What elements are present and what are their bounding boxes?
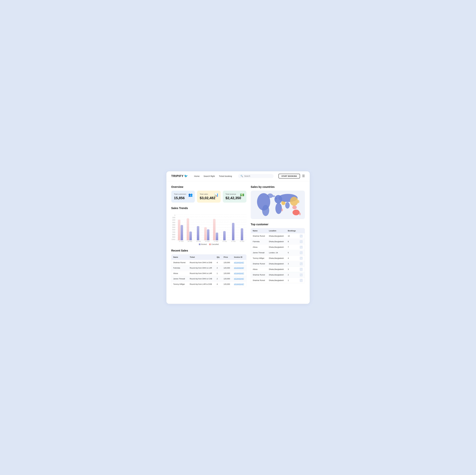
rs-price-1: 120,000 — [222, 265, 232, 271]
tc-action-6[interactable]: 📄 — [298, 267, 305, 272]
rs-name-0: Shahriar Rumel — [171, 260, 188, 265]
tc-bookings-7: 2 — [286, 272, 298, 278]
tc-name-5: Shahriar Rumel — [251, 261, 267, 267]
rs-invoice-3[interactable]: #G344GH67 — [232, 276, 246, 281]
tc-doc-icon-7[interactable]: 📄 — [300, 273, 303, 276]
svg-point-11 — [299, 213, 301, 215]
nav-ticket-booking[interactable]: Ticket booking — [219, 175, 232, 177]
left-column: Overview Total customers 15,856 👥 Total … — [171, 185, 251, 287]
col-ticket: Ticket — [188, 254, 215, 260]
tc-doc-icon-1[interactable]: 📄 — [300, 240, 303, 243]
bar-cancelled-1 — [187, 218, 189, 240]
tc-row: Shahriar Rumel Dhaka,Bangladesh 1 📄 — [251, 278, 305, 283]
svg-point-4 — [275, 203, 282, 214]
svg-point-12 — [298, 200, 299, 203]
tc-location-1: Dhaka,Bangladesh — [267, 239, 286, 244]
svg-point-15 — [272, 195, 275, 197]
rs-invoice-2[interactable]: #G344GH67 — [232, 271, 246, 276]
tc-col-bookings: Bookings — [286, 228, 298, 233]
tc-name-0: Shahriar Rumel — [251, 233, 267, 239]
rs-invoice-0[interactable]: #G344GH67 — [232, 260, 246, 265]
rs-ticket-1: Round trip from DHK to LHR — [188, 265, 215, 271]
start-booking-button[interactable]: START BOOKING — [278, 174, 300, 178]
bar-group-13Sept — [229, 215, 238, 240]
total-revenue-card: Total revenue $2,42,350 💵 — [223, 191, 246, 203]
tc-bookings-4: 4 — [286, 255, 298, 261]
tc-doc-icon-5[interactable]: 📄 — [300, 262, 303, 265]
tc-bookings-8: 1 — [286, 278, 298, 283]
tc-action-7[interactable]: 📄 — [298, 272, 305, 278]
y-label-6000: 6000 — [172, 229, 175, 231]
tc-action-2[interactable]: 📄 — [298, 244, 305, 250]
top-customer-table: Name Location Bookings Shahriar Rumel Dh… — [251, 228, 305, 283]
tc-action-5[interactable]: 📄 — [298, 261, 305, 267]
bar-booked-7 — [241, 228, 243, 240]
customers-icon: 👥 — [188, 193, 193, 197]
tc-action-8[interactable]: 📄 — [298, 278, 305, 283]
x-label-5: 12 Sept — [220, 240, 229, 242]
rs-qty-0: 4 — [215, 260, 222, 265]
tc-location-8: Dhaka,Bangladesh — [267, 278, 286, 283]
tc-row: Alissa Dhaka,Bangladesh 7 📄 — [251, 244, 305, 250]
tc-doc-icon-0[interactable]: 📄 — [300, 235, 303, 238]
rs-name-3: James Thirwall — [171, 276, 188, 281]
main-content: Overview Total customers 15,856 👥 Total … — [166, 181, 310, 291]
recent-sales-row: Tommy Hilfiger Round trip from LHR to DX… — [171, 281, 246, 287]
search-bar[interactable]: 🔍 — [238, 174, 273, 178]
hamburger-menu-button[interactable]: ☰ — [302, 174, 305, 178]
legend-cancelled: Cancelled — [209, 243, 219, 245]
tc-doc-icon-6[interactable]: 📄 — [300, 268, 303, 271]
tc-action-3[interactable]: 📄 — [298, 250, 305, 255]
tc-bookings-5: 3 — [286, 261, 298, 267]
recent-sales-row: James Thirwall Round trip from DHK to CX… — [171, 276, 246, 281]
world-map-svg — [251, 191, 305, 219]
bar-booked-1 — [189, 232, 192, 240]
bar-group-10Sept — [203, 215, 211, 240]
y-label-10000: 10000 — [171, 239, 175, 240]
rs-price-2: 120,000 — [222, 271, 232, 276]
nav-home[interactable]: Home — [194, 175, 200, 177]
total-sales-card: Total sales $3,02,482 📊 — [197, 191, 221, 203]
tc-header-row: Name Location Bookings — [251, 228, 305, 233]
svg-point-9 — [292, 205, 297, 209]
tc-action-4[interactable]: 📄 — [298, 255, 305, 261]
x-label-2: 09 Sept — [194, 240, 203, 242]
chart-x-labels: 07 Sept08 Sept09 Sept10 Sept11 Sept12 Se… — [171, 240, 246, 242]
svg-point-14 — [281, 208, 283, 211]
rs-qty-1: 2 — [215, 265, 222, 271]
tc-col-action — [298, 228, 305, 233]
svg-point-1 — [262, 205, 269, 216]
y-label-0: 0 — [174, 215, 175, 216]
tc-doc-icon-8[interactable]: 📄 — [300, 279, 303, 282]
bar-group-12Sept — [220, 215, 229, 240]
tc-doc-icon-2[interactable]: 📄 — [300, 246, 303, 249]
tc-action-0[interactable]: 📄 — [298, 233, 305, 239]
rs-invoice-1[interactable]: #G344GH67 — [232, 265, 246, 271]
tc-row: Shahriar Rumel Dhaka,Bangladesh 10 📄 — [251, 233, 305, 239]
tc-action-1[interactable]: 📄 — [298, 239, 305, 244]
rs-ticket-2: Round trip from DHK to LHR — [188, 271, 215, 276]
logo: TRIPIFY 🐦 — [171, 174, 188, 178]
recent-sales-section: Recent Sales Name Ticket Qty Price Invoi… — [171, 249, 246, 287]
tc-doc-icon-3[interactable]: 📄 — [300, 251, 303, 254]
x-label-6: 13 Sept — [229, 240, 238, 242]
tc-tbody: Shahriar Rumel Dhaka,Bangladesh 10 📄 Fah… — [251, 233, 305, 283]
rs-invoice-4[interactable]: #G344GH67 — [232, 281, 246, 287]
nav-search-flight[interactable]: Search flight — [204, 175, 215, 177]
tc-bookings-3: 5 — [286, 250, 298, 255]
tc-bookings-0: 10 — [286, 233, 298, 239]
tc-doc-icon-4[interactable]: 📄 — [300, 257, 303, 260]
right-column: Sales by countries — [251, 185, 305, 287]
recent-sales-table: Name Ticket Qty Price Invoice ID Shahria… — [171, 254, 246, 287]
search-input[interactable] — [244, 175, 271, 177]
col-qty: Qty — [215, 254, 222, 260]
bar-group-14Sept — [238, 215, 246, 240]
tc-name-2: Alissa — [251, 244, 267, 250]
sales-by-countries-section: Sales by countries — [251, 185, 305, 219]
top-customer-table-wrap: Name Location Bookings Shahriar Rumel Dh… — [251, 228, 305, 283]
logo-text: TRIPIFY — [171, 174, 184, 178]
tc-location-7: Dhaka,Bangladesh — [267, 272, 286, 278]
bar-group-08Sept — [185, 215, 194, 240]
legend-cancelled-label: Cancelled — [211, 243, 219, 245]
tc-location-3: London, Uk — [267, 250, 286, 255]
